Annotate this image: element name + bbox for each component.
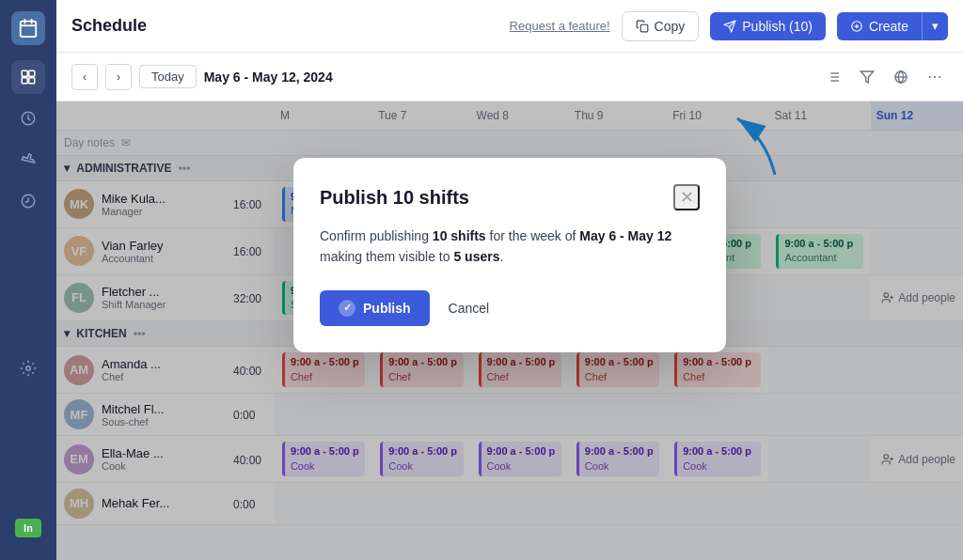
plus-icon [850, 20, 863, 33]
publish-button[interactable]: Publish (10) [710, 12, 826, 40]
body-middle: for the week of [486, 228, 580, 243]
modal-actions: ✓ Publish Cancel [320, 290, 700, 326]
create-button-group: Create ▾ [837, 12, 948, 40]
schedule-area: M Tue 7 Wed 8 Thu 9 Fri 10 Sat 11 Sun 12… [56, 101, 963, 560]
svg-rect-6 [22, 78, 27, 84]
more-options-icon[interactable]: ⋯ [922, 64, 948, 90]
today-button[interactable]: Today [139, 65, 197, 88]
svg-rect-7 [29, 78, 35, 84]
week-range: May 6 - May 12 [579, 228, 671, 243]
svg-rect-11 [640, 24, 648, 32]
copy-icon [636, 20, 649, 33]
modal-publish-button[interactable]: ✓ Publish [320, 290, 430, 326]
modal-overlay: Publish 10 shifts ✕ Confirm publishing 1… [56, 101, 963, 560]
body-suffix: making them visible to [320, 249, 453, 264]
sidebar-logo [11, 11, 45, 45]
create-caret-button[interactable]: ▾ [922, 12, 948, 40]
body-end: . [499, 249, 503, 264]
shifts-count: 10 shifts [433, 228, 486, 243]
sidebar-item-clock[interactable] [11, 101, 45, 135]
subheader: ‹ › Today May 6 - May 12, 2024 [56, 53, 963, 101]
subheader-icons: ⋯ [820, 64, 948, 90]
sidebar-item-plane[interactable] [11, 143, 45, 177]
check-icon: ✓ [339, 300, 355, 317]
svg-rect-0 [21, 22, 37, 37]
globe-icon[interactable] [888, 64, 914, 90]
svg-point-10 [26, 366, 31, 371]
sidebar: In [0, 0, 56, 560]
svg-marker-23 [860, 71, 873, 83]
request-feature-link[interactable]: Request a feature! [510, 19, 610, 33]
date-range: May 6 - May 12, 2024 [204, 70, 813, 85]
modal-header: Publish 10 shifts ✕ [320, 184, 700, 210]
copy-button[interactable]: Copy [622, 11, 700, 41]
modal-cancel-button[interactable]: Cancel [441, 291, 497, 325]
prev-week-button[interactable]: ‹ [71, 64, 98, 90]
next-week-button[interactable]: › [105, 64, 132, 90]
filter-icon[interactable] [854, 64, 880, 90]
status-badge: In [15, 519, 41, 537]
modal-close-button[interactable]: ✕ [673, 184, 700, 210]
create-button[interactable]: Create [837, 12, 922, 40]
main-content: Schedule Request a feature! Copy Publish… [56, 0, 963, 560]
sidebar-item-settings[interactable] [11, 351, 45, 385]
publish-icon [723, 20, 736, 33]
sidebar-item-history[interactable] [11, 184, 45, 218]
list-view-icon[interactable] [820, 64, 846, 90]
modal-title: Publish 10 shifts [320, 187, 469, 209]
body-prefix: Confirm publishing [320, 228, 433, 243]
modal-body: Confirm publishing 10 shifts for the wee… [320, 226, 700, 268]
sidebar-item-schedule[interactable] [11, 60, 45, 94]
page-title: Schedule [71, 16, 498, 36]
svg-rect-5 [29, 70, 35, 76]
header: Schedule Request a feature! Copy Publish… [56, 0, 963, 53]
users-count: 5 users [453, 249, 499, 264]
svg-rect-4 [22, 70, 27, 76]
publish-modal: Publish 10 shifts ✕ Confirm publishing 1… [293, 158, 726, 352]
